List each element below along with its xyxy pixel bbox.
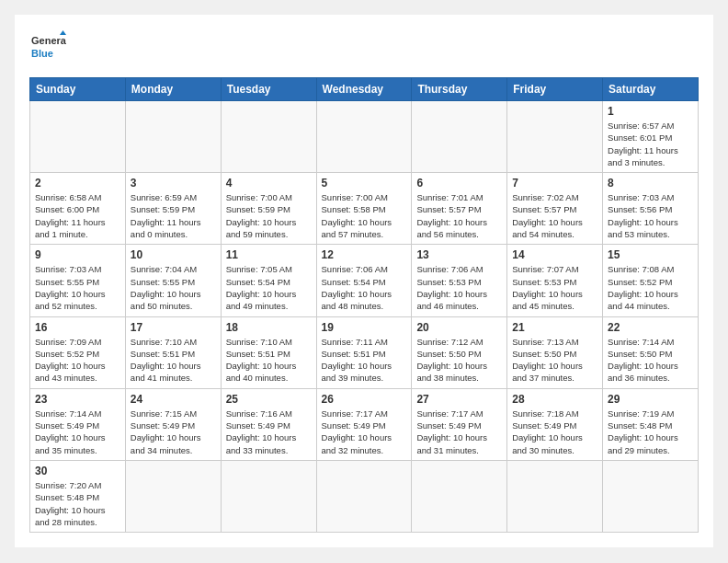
day-number: 10 [131,248,216,261]
day-number: 18 [226,321,312,334]
day-number: 23 [35,393,120,406]
day-cell [125,101,221,173]
calendar-body: 1Sunrise: 6:57 AM Sunset: 6:01 PM Daylig… [30,101,699,533]
day-number: 26 [322,393,407,406]
day-info: Sunrise: 7:16 AM Sunset: 5:49 PM Dayligh… [226,408,312,456]
day-info: Sunrise: 7:06 AM Sunset: 5:54 PM Dayligh… [322,263,407,312]
day-number: 2 [35,177,120,190]
day-cell: 15Sunrise: 7:08 AM Sunset: 5:52 PM Dayli… [603,245,699,316]
day-number: 9 [35,248,120,261]
day-cell: 14Sunrise: 7:07 AM Sunset: 5:53 PM Dayli… [507,245,603,316]
day-cell [412,460,507,532]
day-info: Sunrise: 7:13 AM Sunset: 5:50 PM Dayligh… [512,336,597,385]
day-cell: 17Sunrise: 7:10 AM Sunset: 5:51 PM Dayli… [125,316,221,388]
day-info: Sunrise: 7:14 AM Sunset: 5:50 PM Dayligh… [608,336,693,385]
week-row-4: 23Sunrise: 7:14 AM Sunset: 5:49 PM Dayli… [30,388,699,460]
day-number: 13 [416,248,502,261]
svg-text:Blue: Blue [31,48,53,59]
day-info: Sunrise: 7:00 AM Sunset: 5:59 PM Dayligh… [226,191,312,240]
day-info: Sunrise: 7:08 AM Sunset: 5:52 PM Dayligh… [608,263,693,312]
day-cell: 13Sunrise: 7:06 AM Sunset: 5:53 PM Dayli… [412,245,507,316]
day-number: 21 [512,321,597,334]
day-cell: 25Sunrise: 7:16 AM Sunset: 5:49 PM Dayli… [221,388,316,460]
day-cell: 28Sunrise: 7:18 AM Sunset: 5:49 PM Dayli… [507,388,603,460]
day-number: 24 [131,393,216,406]
day-number: 25 [226,393,312,406]
day-info: Sunrise: 7:05 AM Sunset: 5:54 PM Dayligh… [226,263,312,312]
day-number: 16 [35,321,120,334]
day-cell [603,460,699,532]
weekday-sunday: Sunday [30,78,126,101]
day-number: 27 [416,393,502,406]
day-cell: 9Sunrise: 7:03 AM Sunset: 5:55 PM Daylig… [30,245,126,316]
weekday-wednesday: Wednesday [316,78,412,101]
weekday-monday: Monday [125,78,221,101]
day-cell: 2Sunrise: 6:58 AM Sunset: 6:00 PM Daylig… [30,173,126,245]
day-number: 17 [131,321,216,334]
day-number: 4 [226,177,312,190]
day-cell: 30Sunrise: 7:20 AM Sunset: 5:48 PM Dayli… [30,460,126,532]
day-cell: 27Sunrise: 7:17 AM Sunset: 5:49 PM Dayli… [412,388,507,460]
day-number: 28 [512,393,597,406]
day-info: Sunrise: 7:09 AM Sunset: 5:52 PM Dayligh… [35,336,120,385]
day-cell [507,101,603,173]
svg-text:General: General [31,35,66,46]
day-cell: 22Sunrise: 7:14 AM Sunset: 5:50 PM Dayli… [603,316,699,388]
day-info: Sunrise: 7:02 AM Sunset: 5:57 PM Dayligh… [512,191,597,240]
day-cell: 23Sunrise: 7:14 AM Sunset: 5:49 PM Dayli… [30,388,126,460]
day-number: 14 [512,248,597,261]
weekday-saturday: Saturday [603,78,699,101]
day-info: Sunrise: 7:17 AM Sunset: 5:49 PM Dayligh… [322,408,407,456]
day-cell: 19Sunrise: 7:11 AM Sunset: 5:51 PM Dayli… [316,316,412,388]
day-info: Sunrise: 7:10 AM Sunset: 5:51 PM Dayligh… [131,336,216,385]
day-info: Sunrise: 6:59 AM Sunset: 5:59 PM Dayligh… [131,191,216,240]
day-cell [316,460,412,532]
day-number: 3 [131,177,216,190]
weekday-tuesday: Tuesday [221,78,316,101]
day-cell [221,101,316,173]
weekday-thursday: Thursday [412,78,507,101]
day-cell: 21Sunrise: 7:13 AM Sunset: 5:50 PM Dayli… [507,316,603,388]
day-cell: 29Sunrise: 7:19 AM Sunset: 5:48 PM Dayli… [603,388,699,460]
day-info: Sunrise: 7:17 AM Sunset: 5:49 PM Dayligh… [416,408,502,456]
day-cell: 7Sunrise: 7:02 AM Sunset: 5:57 PM Daylig… [507,173,603,245]
day-info: Sunrise: 7:03 AM Sunset: 5:55 PM Dayligh… [35,263,120,312]
header: General Blue [29,29,699,66]
week-row-5: 30Sunrise: 7:20 AM Sunset: 5:48 PM Dayli… [30,460,699,532]
day-cell [316,101,412,173]
day-number: 20 [416,321,502,334]
day-cell: 16Sunrise: 7:09 AM Sunset: 5:52 PM Dayli… [30,316,126,388]
day-cell [221,460,316,532]
day-number: 5 [322,177,407,190]
day-number: 15 [608,248,693,261]
day-info: Sunrise: 7:04 AM Sunset: 5:55 PM Dayligh… [131,263,216,312]
day-number: 12 [322,248,407,261]
weekday-header: SundayMondayTuesdayWednesdayThursdayFrid… [30,78,699,101]
day-info: Sunrise: 7:15 AM Sunset: 5:49 PM Dayligh… [131,408,216,456]
week-row-1: 2Sunrise: 6:58 AM Sunset: 6:00 PM Daylig… [30,173,699,245]
day-cell [125,460,221,532]
day-number: 1 [608,105,693,118]
day-cell: 11Sunrise: 7:05 AM Sunset: 5:54 PM Dayli… [221,245,316,316]
day-info: Sunrise: 6:57 AM Sunset: 6:01 PM Dayligh… [608,120,693,168]
day-number: 29 [608,393,693,406]
day-cell: 24Sunrise: 7:15 AM Sunset: 5:49 PM Dayli… [125,388,221,460]
day-number: 30 [35,465,120,477]
day-cell: 3Sunrise: 6:59 AM Sunset: 5:59 PM Daylig… [125,173,221,245]
page: General Blue SundayMondayTuesdayWednesda… [15,15,713,547]
week-row-2: 9Sunrise: 7:03 AM Sunset: 5:55 PM Daylig… [30,245,699,316]
day-cell: 12Sunrise: 7:06 AM Sunset: 5:54 PM Dayli… [316,245,412,316]
day-cell: 20Sunrise: 7:12 AM Sunset: 5:50 PM Dayli… [412,316,507,388]
logo-svg: General Blue [29,29,66,66]
day-cell [507,460,603,532]
day-info: Sunrise: 6:58 AM Sunset: 6:00 PM Dayligh… [35,191,120,240]
day-number: 22 [608,321,693,334]
calendar: SundayMondayTuesdayWednesdayThursdayFrid… [29,77,699,533]
day-info: Sunrise: 7:11 AM Sunset: 5:51 PM Dayligh… [322,336,407,385]
day-info: Sunrise: 7:18 AM Sunset: 5:49 PM Dayligh… [512,408,597,456]
day-info: Sunrise: 7:12 AM Sunset: 5:50 PM Dayligh… [416,336,502,385]
day-number: 11 [226,248,312,261]
day-info: Sunrise: 7:06 AM Sunset: 5:53 PM Dayligh… [416,263,502,312]
day-cell: 26Sunrise: 7:17 AM Sunset: 5:49 PM Dayli… [316,388,412,460]
day-info: Sunrise: 7:07 AM Sunset: 5:53 PM Dayligh… [512,263,597,312]
